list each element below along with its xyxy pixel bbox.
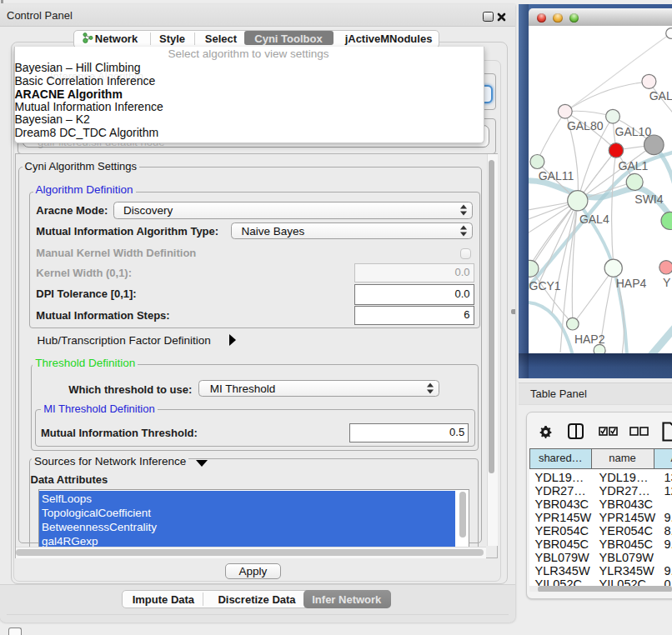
- svg-text:SWI4: SWI4: [634, 192, 663, 206]
- svg-text:Y: Y: [663, 276, 671, 289]
- svg-text:GAL10: GAL10: [615, 125, 652, 138]
- svg-text:HAP2: HAP2: [574, 332, 605, 346]
- svg-text:GAL4: GAL4: [579, 212, 609, 226]
- svg-text:GAL80: GAL80: [649, 89, 672, 102]
- svg-text:GAL11: GAL11: [539, 169, 574, 182]
- svg-text:GAL80: GAL80: [567, 119, 604, 132]
- svg-text:GAL1: GAL1: [619, 159, 649, 172]
- svg-text:HAP4: HAP4: [616, 277, 647, 290]
- svg-text:GCY1: GCY1: [529, 279, 561, 292]
